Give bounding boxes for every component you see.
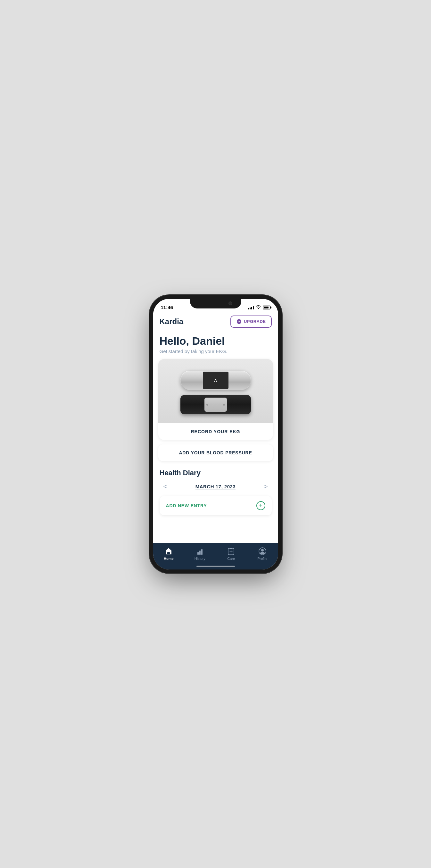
svg-rect-3: [201, 549, 202, 555]
screw-right: [223, 404, 225, 406]
profile-icon: [258, 547, 267, 555]
shield-icon: [236, 319, 242, 324]
history-icon: [196, 547, 204, 555]
date-prev-button[interactable]: <: [161, 482, 170, 492]
svg-rect-2: [199, 551, 201, 555]
phone-frame: 11:46 Kardia: [153, 299, 278, 569]
signal-bars-icon: [248, 306, 254, 309]
device-1-center: ∧: [203, 372, 229, 389]
signal-bar-1: [248, 308, 249, 309]
nav-item-home[interactable]: Home: [153, 546, 185, 560]
screw-left: [206, 404, 208, 406]
ekg-device-area: ∧: [158, 359, 273, 423]
wifi-icon: [256, 305, 261, 310]
home-icon: [164, 547, 173, 555]
current-date: MARCH 17, 2023: [196, 484, 235, 489]
upgrade-button[interactable]: UPGRADE: [230, 315, 272, 328]
ekg-card: ∧ RECORD YOUR EKG: [158, 359, 273, 440]
add-blood-pressure-button[interactable]: ADD YOUR BLOOD PRESSURE: [158, 444, 273, 461]
signal-bar-4: [253, 306, 254, 309]
camera: [229, 302, 232, 305]
date-next-button[interactable]: >: [262, 482, 270, 492]
record-ekg-button[interactable]: RECORD YOUR EKG: [158, 423, 273, 440]
svg-rect-7: [230, 548, 232, 549]
nav-label-care: Care: [227, 557, 235, 560]
nav-label-home: Home: [164, 557, 174, 560]
app-content[interactable]: Kardia UPGRADE Hello, Daniel Get started…: [153, 313, 278, 543]
health-diary-section: Health Diary < MARCH 17, 2023 > ADD NEW …: [153, 466, 278, 515]
svg-point-9: [261, 549, 264, 552]
add-entry-plus-icon: +: [256, 501, 265, 510]
nav-item-care[interactable]: Care: [216, 546, 247, 560]
status-time: 11:46: [161, 305, 173, 310]
app-header: Kardia UPGRADE: [153, 313, 278, 332]
battery-fill: [264, 307, 269, 308]
ekg-device-dark: [180, 395, 251, 414]
date-navigator: < MARCH 17, 2023 >: [160, 482, 272, 492]
upgrade-button-label: UPGRADE: [244, 319, 266, 324]
greeting-title: Hello, Daniel: [160, 335, 272, 347]
svg-rect-1: [197, 552, 199, 555]
nav-label-profile: Profile: [257, 557, 267, 560]
greeting-subtitle: Get started by taking your EKG.: [160, 348, 272, 354]
nav-item-profile[interactable]: Profile: [247, 546, 278, 560]
app-logo: Kardia: [160, 317, 184, 326]
care-icon: [227, 547, 235, 555]
signal-bar-3: [251, 307, 252, 309]
add-entry-button[interactable]: ADD NEW ENTRY +: [160, 496, 272, 515]
notch: [190, 299, 241, 308]
signal-bar-2: [250, 308, 251, 309]
svg-rect-0: [167, 552, 170, 554]
battery-icon: [263, 306, 270, 309]
nav-item-history[interactable]: History: [184, 546, 216, 560]
status-icons: [248, 305, 270, 310]
health-diary-title: Health Diary: [160, 469, 272, 477]
ekg-device-silver: ∧: [180, 371, 251, 390]
kardia-logo-icon: ∧: [213, 377, 218, 384]
nav-label-history: History: [195, 557, 205, 560]
add-entry-label: ADD NEW ENTRY: [166, 503, 207, 508]
device-2-center: [204, 398, 227, 412]
home-indicator: [196, 566, 235, 567]
greeting-section: Hello, Daniel Get started by taking your…: [153, 332, 278, 359]
